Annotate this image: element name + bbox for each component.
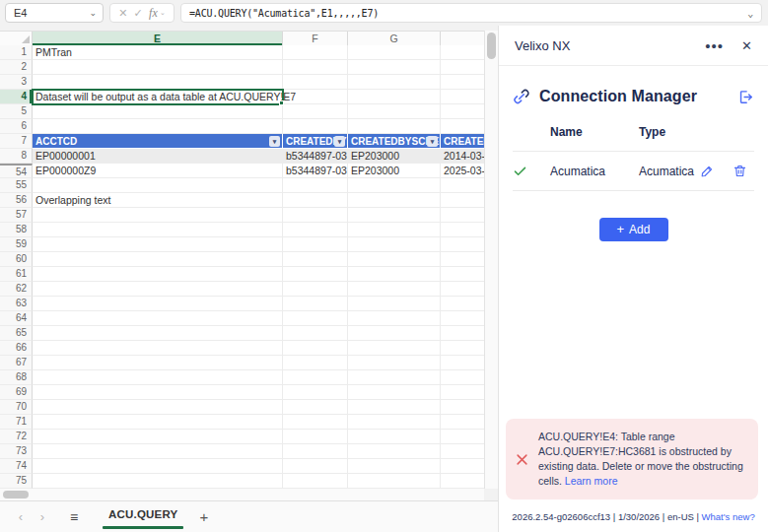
grid-cell[interactable] <box>441 223 484 237</box>
grid-cell[interactable]: Dataset will be output as a data table a… <box>33 90 283 104</box>
grid-cell[interactable] <box>283 326 348 341</box>
grid-cell[interactable] <box>348 385 441 400</box>
grid-cell[interactable] <box>283 119 348 134</box>
select-all-corner[interactable] <box>0 32 33 45</box>
grid-cell[interactable] <box>441 385 484 400</box>
vertical-scrollbar[interactable] <box>484 31 498 489</box>
filter-dropdown-icon[interactable]: ▾ <box>269 136 280 147</box>
fill-handle[interactable] <box>279 100 284 105</box>
grid-cell[interactable] <box>283 223 348 237</box>
grid-cell[interactable] <box>33 297 283 311</box>
grid-cell[interactable] <box>348 400 441 415</box>
grid-cell[interactable] <box>441 267 484 282</box>
edit-pencil-icon[interactable] <box>700 164 715 178</box>
grid-cell[interactable] <box>283 459 348 474</box>
grid-cell[interactable] <box>441 60 484 75</box>
row-header[interactable]: 63 <box>0 297 33 311</box>
grid-cell[interactable]: EP000000Z9 <box>33 164 283 178</box>
row-header[interactable]: 66 <box>0 341 33 356</box>
grid-cell[interactable] <box>283 208 348 223</box>
table-header-cell[interactable]: CREATEDBYID▾ <box>283 134 348 149</box>
grid-cell[interactable] <box>33 400 283 415</box>
grid-cell[interactable]: EP203000 <box>348 149 441 164</box>
grid-cell[interactable] <box>33 430 283 444</box>
grid-cell[interactable] <box>283 178 348 193</box>
more-options-icon[interactable]: ••• <box>705 37 724 54</box>
filter-dropdown-icon[interactable]: ▾ <box>427 136 438 147</box>
grid-cell[interactable] <box>33 282 283 297</box>
grid-cell[interactable] <box>441 282 484 297</box>
sheet-list-menu-icon[interactable]: ≡ <box>59 509 89 525</box>
grid-cell[interactable] <box>441 400 484 415</box>
sign-out-icon[interactable] <box>737 89 754 105</box>
grid-cell[interactable] <box>441 430 484 444</box>
grid-cell[interactable] <box>348 90 441 104</box>
grid-cell[interactable] <box>283 252 348 267</box>
grid-cell[interactable] <box>33 459 283 474</box>
grid-cell[interactable]: 2025-03-0 <box>441 164 484 178</box>
table-header-cell[interactable]: CREATEDBYSCREEN▾ <box>348 134 441 149</box>
confirm-icon[interactable]: ✓ <box>134 7 143 20</box>
grid-cell[interactable] <box>348 297 441 311</box>
row-header[interactable]: 56 <box>0 193 33 208</box>
grid-cell[interactable] <box>441 104 484 119</box>
grid-cell[interactable] <box>441 90 484 104</box>
grid-cell[interactable] <box>283 444 348 459</box>
horizontal-scrollbar[interactable] <box>0 489 484 500</box>
grid-cell[interactable] <box>283 474 348 489</box>
delete-trash-icon[interactable] <box>733 164 747 178</box>
column-header-h[interactable] <box>441 32 484 45</box>
grid-cell[interactable] <box>441 119 484 134</box>
row-header[interactable]: 58 <box>0 223 33 237</box>
grid-cell[interactable] <box>283 400 348 415</box>
table-header-cell[interactable]: ACCTCD▾ <box>33 134 283 149</box>
row-header[interactable]: 70 <box>0 400 33 415</box>
grid-cell[interactable] <box>441 237 484 252</box>
row-header[interactable]: 5 <box>0 104 33 119</box>
row-header[interactable]: 72 <box>0 430 33 444</box>
grid-cell[interactable] <box>348 370 441 385</box>
row-header[interactable]: 65 <box>0 326 33 341</box>
vertical-scrollbar-thumb[interactable] <box>487 33 496 59</box>
grid-cell[interactable] <box>441 444 484 459</box>
grid-cell[interactable] <box>283 370 348 385</box>
grid-cell[interactable] <box>348 341 441 356</box>
chevron-down-icon[interactable]: ⌄ <box>89 8 97 18</box>
grid-cell[interactable] <box>348 119 441 134</box>
grid-cell[interactable] <box>348 326 441 341</box>
sheet-tab-active[interactable]: ACU.QUERY <box>101 501 185 532</box>
grid-cell[interactable]: b5344897-037 <box>283 164 348 178</box>
add-sheet-icon[interactable]: + <box>199 508 208 525</box>
grid-cell[interactable] <box>348 474 441 489</box>
chevron-down-icon[interactable]: ⌄ <box>160 9 166 17</box>
grid-cell[interactable] <box>441 356 484 370</box>
connection-row[interactable]: Acumatica Acumatica <box>513 151 754 191</box>
grid-cell[interactable] <box>441 474 484 489</box>
grid-cell[interactable] <box>33 444 283 459</box>
row-header[interactable]: 55 <box>0 178 33 193</box>
add-connection-button[interactable]: + Add <box>599 218 668 241</box>
insert-function-icon[interactable]: fx <box>149 6 158 21</box>
row-header[interactable]: 8 <box>0 149 33 164</box>
column-header-f[interactable]: F <box>283 32 348 45</box>
grid-cell[interactable] <box>283 415 348 430</box>
grid-cell[interactable]: EP203000 <box>348 164 441 178</box>
grid-cell[interactable] <box>283 237 348 252</box>
grid-cell[interactable] <box>441 415 484 430</box>
row-header[interactable]: 68 <box>0 370 33 385</box>
row-header[interactable]: 4 <box>0 90 33 104</box>
grid-cell[interactable] <box>348 208 441 223</box>
grid-cell[interactable] <box>441 45 484 60</box>
grid-cell[interactable] <box>283 311 348 326</box>
grid-cell[interactable] <box>283 193 348 208</box>
grid-cell[interactable] <box>348 444 441 459</box>
row-header[interactable]: 2 <box>0 60 33 75</box>
grid-cell[interactable] <box>33 208 283 223</box>
grid-cell[interactable] <box>348 178 441 193</box>
grid-cell[interactable] <box>441 311 484 326</box>
row-header[interactable]: 54 <box>0 164 33 178</box>
row-header[interactable]: 73 <box>0 444 33 459</box>
row-header[interactable]: 3 <box>0 75 33 90</box>
grid-cell[interactable]: EP00000001 <box>33 149 283 164</box>
grid-cell[interactable] <box>33 75 283 90</box>
